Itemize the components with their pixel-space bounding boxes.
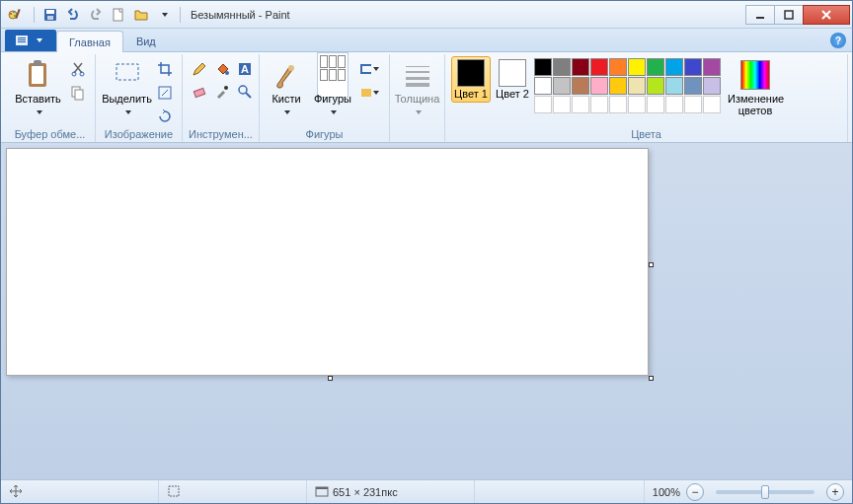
qat-dropdown[interactable] <box>153 4 175 26</box>
color-swatch[interactable] <box>665 58 683 76</box>
ribbon-tabs: Главная Вид ? <box>1 29 852 52</box>
redo-button[interactable] <box>85 4 107 26</box>
color-swatch-empty[interactable] <box>590 96 608 113</box>
zoom-in-button[interactable]: + <box>826 483 844 501</box>
zoom-level: 100% <box>653 486 680 498</box>
canvas-area[interactable] <box>1 143 852 479</box>
color-swatch[interactable] <box>534 77 552 95</box>
svg-rect-32 <box>361 89 371 97</box>
color-swatch-empty[interactable] <box>534 96 552 113</box>
color-swatch[interactable] <box>590 58 608 76</box>
group-tools: Инструмен... <box>189 127 253 142</box>
magnifier-tool[interactable] <box>234 81 256 103</box>
resize-handle-bottom[interactable] <box>328 376 333 381</box>
color-swatch[interactable] <box>703 77 721 95</box>
resize-handle-corner[interactable] <box>649 376 654 381</box>
ribbon: Вставить Буфер обме... Выделить <box>1 52 852 143</box>
select-button[interactable]: Выделить <box>102 56 152 119</box>
color-swatch[interactable] <box>665 77 683 95</box>
color-swatch-empty[interactable] <box>572 96 589 113</box>
resize-handle-right[interactable] <box>649 262 654 267</box>
resize-button[interactable] <box>154 82 176 104</box>
fill-style-button[interactable] <box>358 82 380 104</box>
color-swatch[interactable] <box>590 77 608 95</box>
shapes-button[interactable]: Фигуры <box>309 56 356 119</box>
titlebar: Безымянный - Paint <box>1 1 852 29</box>
color1-button[interactable]: Цвет 1 <box>451 56 491 103</box>
crop-button[interactable] <box>154 58 176 80</box>
paste-button[interactable]: Вставить <box>11 56 65 119</box>
thickness-button[interactable]: Толщина <box>396 56 438 119</box>
color-swatch[interactable] <box>703 58 721 76</box>
outline-button[interactable] <box>358 58 380 80</box>
color-swatch-empty[interactable] <box>703 96 721 113</box>
color-palette[interactable] <box>534 56 721 113</box>
eraser-tool[interactable] <box>189 81 210 103</box>
svg-rect-33 <box>406 66 429 67</box>
help-icon[interactable]: ? <box>830 33 846 48</box>
color-swatch-empty[interactable] <box>665 96 683 113</box>
brushes-button[interactable]: Кисти <box>266 56 307 119</box>
svg-rect-8 <box>114 9 122 21</box>
rainbow-icon <box>739 59 771 91</box>
color-swatch-empty[interactable] <box>553 96 571 113</box>
color-swatch[interactable] <box>609 77 627 95</box>
window-title: Безымянный - Paint <box>191 9 746 21</box>
color-swatch-empty[interactable] <box>609 96 627 113</box>
brush-icon <box>271 59 302 91</box>
new-button[interactable] <box>108 4 129 26</box>
svg-rect-9 <box>756 17 764 19</box>
maximize-button[interactable] <box>774 5 804 25</box>
svg-rect-21 <box>75 90 83 100</box>
color-swatch[interactable] <box>553 77 571 95</box>
pencil-tool[interactable] <box>189 58 210 80</box>
fill-tool[interactable] <box>211 58 233 80</box>
svg-rect-12 <box>18 37 26 38</box>
cursor-pos-icon <box>9 484 23 500</box>
color-swatch-empty[interactable] <box>628 96 646 113</box>
svg-rect-7 <box>47 16 53 20</box>
save-button[interactable] <box>39 4 61 26</box>
color-swatch[interactable] <box>684 58 702 76</box>
cut-button[interactable] <box>67 58 89 80</box>
tab-home[interactable]: Главная <box>56 31 123 52</box>
edit-colors-button[interactable]: Изменение цветов <box>723 56 788 119</box>
open-button[interactable] <box>130 4 152 26</box>
color-swatch[interactable] <box>534 58 552 76</box>
zoom-out-button[interactable]: − <box>686 483 704 501</box>
copy-button[interactable] <box>67 82 89 104</box>
canvas[interactable] <box>6 148 649 376</box>
color-swatch[interactable] <box>572 77 589 95</box>
file-tab[interactable] <box>5 30 56 51</box>
undo-button[interactable] <box>62 4 84 26</box>
rotate-button[interactable] <box>154 106 176 127</box>
svg-rect-37 <box>169 486 179 496</box>
color-swatch[interactable] <box>647 58 664 76</box>
color-swatch[interactable] <box>628 58 646 76</box>
color-swatch[interactable] <box>647 77 664 95</box>
color-swatch[interactable] <box>684 77 702 95</box>
color-swatch-empty[interactable] <box>647 96 664 113</box>
group-image: Изображение <box>102 127 176 142</box>
zoom-slider[interactable] <box>716 490 814 494</box>
close-button[interactable] <box>803 5 850 25</box>
color-swatch[interactable] <box>628 77 646 95</box>
select-icon <box>112 59 143 91</box>
canvas-size-icon <box>315 484 329 500</box>
svg-point-2 <box>13 11 15 13</box>
picker-tool[interactable] <box>211 81 233 103</box>
color-swatch-empty[interactable] <box>684 96 702 113</box>
color-swatch[interactable] <box>572 58 589 76</box>
color2-button[interactable]: Цвет 2 <box>493 56 532 103</box>
color-swatch[interactable] <box>609 58 627 76</box>
shapes-gallery-icon <box>317 59 349 91</box>
text-tool[interactable]: A <box>234 58 256 80</box>
minimize-button[interactable] <box>745 5 775 25</box>
svg-rect-10 <box>785 11 793 19</box>
svg-rect-22 <box>116 64 138 80</box>
svg-rect-13 <box>18 39 26 40</box>
color-swatch[interactable] <box>553 58 571 76</box>
tab-view[interactable]: Вид <box>123 30 169 51</box>
thickness-icon <box>402 59 433 91</box>
group-colors: Цвета <box>451 127 841 142</box>
